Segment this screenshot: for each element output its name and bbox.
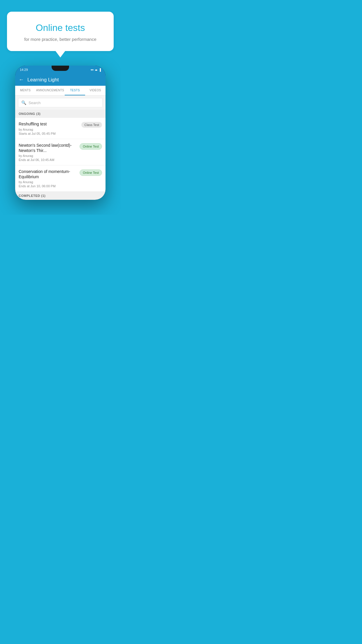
test-by-3: by Anurag (19, 180, 77, 184)
test-name-3: Conservation of momentum-Equilibrium (19, 169, 77, 179)
tab-ments[interactable]: MENTS (15, 86, 36, 95)
ongoing-section-header: ONGOING (3) (15, 110, 106, 118)
test-date-1: Starts at Jul 05, 05:45 PM (19, 132, 79, 135)
back-button[interactable]: ← (19, 77, 24, 83)
status-icons: ▾▾ ◂▸ ▐ (91, 68, 101, 71)
test-item-reshuffling[interactable]: Reshuffling test by Anurag Starts at Jul… (15, 118, 106, 139)
search-icon: 🔍 (21, 100, 26, 105)
app-title: Learning Light (27, 77, 59, 83)
hero-section: Online tests for more practice, better p… (0, 0, 121, 51)
test-info-1: Reshuffling test by Anurag Starts at Jul… (19, 121, 81, 135)
phone-frame: 14:29 ▾▾ ◂▸ ▐ ← Learning Light MENTS ANN… (15, 66, 106, 200)
search-placeholder: Search (29, 101, 41, 105)
tab-announcements[interactable]: ANNOUNCEMENTS (36, 86, 65, 95)
test-item-conservation[interactable]: Conservation of momentum-Equilibrium by … (15, 165, 106, 192)
app-bar: ← Learning Light (15, 74, 106, 86)
wifi-icon: ▾▾ (91, 68, 94, 71)
tab-videos[interactable]: VIDEOS (85, 86, 106, 95)
phone-wrapper: 14:29 ▾▾ ◂▸ ▐ ← Learning Light MENTS ANN… (15, 66, 106, 200)
phone-notch (52, 66, 69, 71)
badge-online-test-3: Online Test (80, 169, 102, 176)
completed-section-header: COMPLETED (1) (15, 192, 106, 200)
search-container: 🔍 Search (15, 96, 106, 110)
test-item-newton[interactable]: Newton's Second law(contd)-Newton's Thir… (15, 139, 106, 165)
bubble-subtitle: for more practice, better performance (16, 37, 104, 42)
badge-online-test-2: Online Test (80, 143, 102, 150)
tab-tests[interactable]: TESTS (65, 86, 85, 95)
battery-icon: ▐ (99, 68, 101, 71)
test-list: Reshuffling test by Anurag Starts at Jul… (15, 118, 106, 192)
test-date-3: Ends at Jun 10, 06:00 PM (19, 184, 77, 188)
test-date-2: Ends at Jul 06, 10:45 AM (19, 158, 77, 162)
test-name-1: Reshuffling test (19, 121, 79, 127)
badge-class-test-1: Class Test (81, 122, 102, 128)
signal-icon: ◂▸ (95, 68, 98, 71)
test-info-3: Conservation of momentum-Equilibrium by … (19, 169, 80, 188)
search-box[interactable]: 🔍 Search (18, 98, 103, 107)
speech-bubble: Online tests for more practice, better p… (7, 12, 114, 51)
bubble-title: Online tests (16, 22, 104, 33)
test-info-2: Newton's Second law(contd)-Newton's Thir… (19, 143, 80, 162)
tabs-bar: MENTS ANNOUNCEMENTS TESTS VIDEOS (15, 86, 106, 96)
test-by-2: by Anurag (19, 154, 77, 158)
test-name-2: Newton's Second law(contd)-Newton's Thir… (19, 143, 77, 153)
test-by-1: by Anurag (19, 128, 79, 131)
status-time: 14:29 (20, 68, 28, 71)
